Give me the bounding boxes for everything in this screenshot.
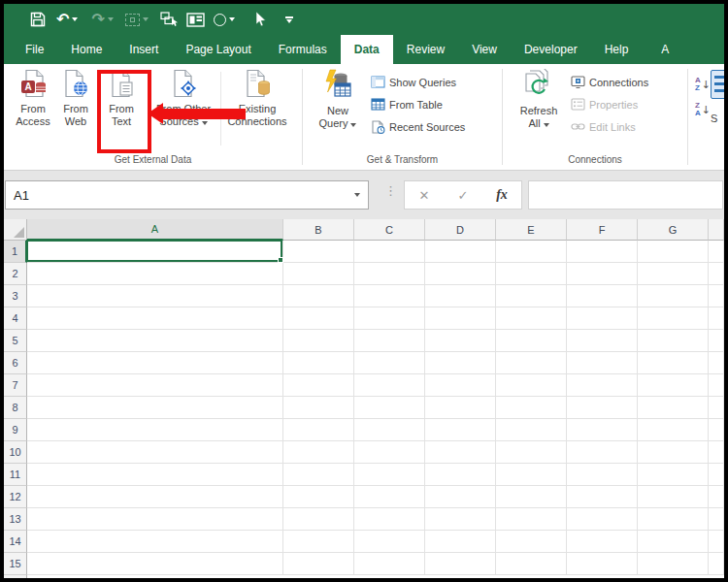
column-header-d[interactable]: D: [425, 219, 496, 241]
cell-G5[interactable]: [638, 330, 709, 352]
cell-E14[interactable]: [496, 531, 567, 553]
cell-B12[interactable]: [283, 486, 354, 508]
cell-E6[interactable]: [496, 352, 567, 374]
cell-C10[interactable]: [354, 441, 425, 464]
column-header-g[interactable]: G: [638, 219, 709, 241]
cell-partial-2[interactable]: [709, 263, 724, 285]
cell-F12[interactable]: [567, 486, 638, 508]
cell-F14[interactable]: [567, 531, 638, 553]
cell-D11[interactable]: [425, 464, 496, 486]
row-header-2[interactable]: 2: [4, 263, 27, 285]
cell-D7[interactable]: [425, 374, 496, 397]
row-header-5[interactable]: 5: [4, 330, 27, 352]
tab-help[interactable]: Help: [591, 35, 643, 64]
cell-E9[interactable]: [496, 419, 567, 441]
cell-partial-9[interactable]: [709, 419, 724, 441]
cell-D14[interactable]: [425, 531, 496, 553]
undo-dropdown-icon[interactable]: [72, 17, 78, 21]
cancel-icon[interactable]: ✕: [405, 181, 444, 209]
cell-C12[interactable]: [354, 486, 425, 508]
cell-C6[interactable]: [354, 352, 425, 374]
cell-F2[interactable]: [567, 263, 638, 285]
cell-B2[interactable]: [283, 263, 354, 285]
cell-A15[interactable]: [27, 553, 283, 575]
cell-B11[interactable]: [283, 464, 354, 486]
row-header-14[interactable]: 14: [4, 531, 27, 553]
cell-C1[interactable]: [354, 241, 425, 263]
cell-G14[interactable]: [638, 531, 709, 553]
cell-G4[interactable]: [638, 307, 709, 330]
cell-E5[interactable]: [496, 330, 567, 352]
insert-function-icon[interactable]: fx: [482, 181, 521, 209]
row-header-3[interactable]: 3: [4, 285, 27, 307]
row-header-11[interactable]: 11: [4, 464, 27, 486]
row-header-4[interactable]: 4: [4, 307, 27, 330]
cell-D1[interactable]: [425, 241, 496, 263]
tab-a[interactable]: A: [651, 35, 673, 64]
name-box[interactable]: A1: [5, 180, 369, 210]
cell-E1[interactable]: [496, 241, 567, 263]
cell-F6[interactable]: [567, 352, 638, 374]
cell-A2[interactable]: [27, 263, 283, 285]
select-objects-icon[interactable]: [160, 12, 178, 27]
column-header-c[interactable]: C: [354, 219, 425, 241]
cell-partial-13[interactable]: [709, 508, 724, 531]
tab-formulas[interactable]: Formulas: [265, 35, 341, 64]
cell-G3[interactable]: [638, 285, 709, 307]
from-text-button[interactable]: FromText: [96, 68, 147, 128]
sort-button-partial[interactable]: S: [711, 68, 724, 124]
row-header-13[interactable]: 13: [4, 508, 27, 531]
row-header-15[interactable]: 15: [4, 553, 27, 575]
cell-A9[interactable]: [27, 419, 283, 441]
cell-C9[interactable]: [354, 419, 425, 441]
cell-E15[interactable]: [496, 553, 567, 575]
cell-C15[interactable]: [354, 553, 425, 575]
cell-partial-8[interactable]: [709, 397, 724, 419]
cell-partial-7[interactable]: [709, 374, 724, 397]
cell-A10[interactable]: [27, 441, 283, 464]
new-query-button[interactable]: NewQuery: [313, 68, 363, 130]
cell-D6[interactable]: [425, 352, 496, 374]
cell-D15[interactable]: [425, 553, 496, 575]
from-other-sources-button[interactable]: From OtherSources: [147, 68, 220, 128]
cell-D8[interactable]: [425, 397, 496, 419]
cell-C5[interactable]: [354, 330, 425, 352]
refresh-all-button[interactable]: RefreshAll: [514, 68, 563, 130]
cell-F3[interactable]: [567, 285, 638, 307]
row-header-10[interactable]: 10: [4, 441, 27, 464]
cell-partial-5[interactable]: [709, 330, 724, 352]
cell-F8[interactable]: [567, 397, 638, 419]
cell-F15[interactable]: [567, 553, 638, 575]
formula-input[interactable]: [528, 180, 723, 210]
cell-G10[interactable]: [638, 441, 709, 464]
column-header-e[interactable]: E: [496, 219, 567, 241]
cell-G11[interactable]: [638, 464, 709, 486]
form-icon[interactable]: [186, 13, 205, 27]
cell-F13[interactable]: [567, 508, 638, 531]
from-table-button[interactable]: From Table: [371, 93, 465, 115]
cell-G13[interactable]: [638, 508, 709, 531]
cell-partial-14[interactable]: [709, 531, 724, 553]
row-header-7[interactable]: 7: [4, 374, 27, 397]
cell-A7[interactable]: [27, 374, 283, 397]
cell-G2[interactable]: [638, 263, 709, 285]
cell-B8[interactable]: [283, 397, 354, 419]
cell-B3[interactable]: [283, 285, 354, 307]
cell-G15[interactable]: [638, 553, 709, 575]
tab-file[interactable]: File: [12, 35, 57, 64]
tab-view[interactable]: View: [458, 35, 511, 64]
cell-E13[interactable]: [496, 508, 567, 531]
from-access-button[interactable]: A FromAccess: [11, 68, 55, 128]
cell-C4[interactable]: [354, 307, 425, 330]
from-web-button[interactable]: FromWeb: [55, 68, 96, 128]
cell-A14[interactable]: [27, 531, 283, 553]
cell-D13[interactable]: [425, 508, 496, 531]
cell-C8[interactable]: [354, 397, 425, 419]
formula-bar-splitter[interactable]: ⋮: [384, 184, 397, 197]
cell-E7[interactable]: [496, 374, 567, 397]
tab-data[interactable]: Data: [341, 35, 393, 64]
column-header-partial[interactable]: [709, 219, 724, 241]
cell-D12[interactable]: [425, 486, 496, 508]
sort-descending-button[interactable]: ZA ↓: [695, 102, 711, 118]
cell-F7[interactable]: [567, 374, 638, 397]
